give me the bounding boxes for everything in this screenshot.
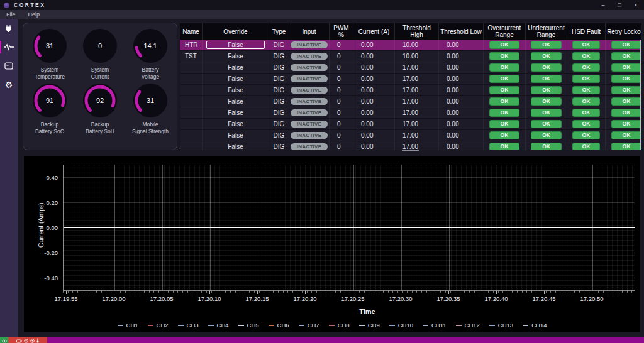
gauge-value: 91 xyxy=(46,97,53,104)
override-button[interactable]: False xyxy=(206,86,264,94)
table-vertical-scrollbar[interactable] xyxy=(640,40,641,150)
table-row[interactable]: FalseDIGINACTIVE00.0017.000.00OKOKOKOK xyxy=(180,119,641,130)
menu-file[interactable]: File xyxy=(0,11,22,18)
override-button[interactable]: False xyxy=(206,75,264,83)
legend-item-ch12[interactable]: CH12 xyxy=(456,322,480,329)
sidebar-item-monitoring[interactable] xyxy=(0,38,18,57)
table-row[interactable]: FalseDIGINACTIVE00.0017.000.00OKOKOKOK xyxy=(180,107,641,119)
thermometer-icon xyxy=(36,334,39,343)
cell-overcurrent-status: OK xyxy=(484,141,526,150)
gauge-backup-battery-soc: 91BackupBattery SoC xyxy=(25,82,75,135)
cell-pwm: 0 xyxy=(330,130,353,141)
gridline-vertical xyxy=(545,165,545,290)
cell-input: INACTIVE xyxy=(289,85,330,95)
legend-item-ch14[interactable]: CH14 xyxy=(523,322,547,329)
cell-pwm: 0 xyxy=(330,40,353,50)
legend-label: CH3 xyxy=(187,322,199,329)
y-tick-label: -0.40 xyxy=(44,275,58,281)
table-row[interactable]: FalseDIGINACTIVE00.0017.000.00OKOKOKOK xyxy=(180,85,641,96)
legend-item-ch11[interactable]: CH11 xyxy=(423,322,447,329)
x-tick-label: 17:20:35 xyxy=(437,295,460,302)
cell-hsd-fault-status: OK xyxy=(567,62,606,73)
cell-undercurrent-status: OK xyxy=(526,141,567,150)
cell-current: 0.00 xyxy=(353,119,395,129)
cell-name xyxy=(180,85,203,95)
override-button[interactable]: False xyxy=(206,41,264,49)
hsd-fault-status-badge: OK xyxy=(572,109,600,117)
table-row[interactable]: FalseDIGINACTIVE00.0017.000.00OKOKOKOK xyxy=(180,130,641,141)
legend-item-ch1[interactable]: CH1 xyxy=(118,322,138,329)
cell-retry-lockout-status: OK xyxy=(606,141,641,150)
table-row[interactable]: FalseDIGINACTIVE00.0017.000.00OKOKOKOK xyxy=(180,96,641,107)
sidebar-item-settings[interactable]: ⚙ xyxy=(0,75,18,94)
table-header: NameOverrideTypeInputPWM %Current (A)Thr… xyxy=(180,23,641,40)
table-horizontal-scrollbar[interactable] xyxy=(180,150,641,151)
cell-threshold-high: 17.00 xyxy=(395,141,439,150)
cell-undercurrent-status: OK xyxy=(526,40,567,50)
legend-color-dash xyxy=(238,325,244,326)
override-button[interactable]: False xyxy=(206,109,264,117)
legend-item-ch8[interactable]: CH8 xyxy=(329,322,350,329)
legend-item-ch13[interactable]: CH13 xyxy=(489,322,513,329)
cell-threshold-high: 17.00 xyxy=(395,119,439,129)
cell-current: 0.00 xyxy=(353,107,395,118)
table-row[interactable]: FalseDIGINACTIVE00.0017.000.00OKOKOKOK xyxy=(180,141,641,150)
override-button[interactable]: False xyxy=(206,120,264,128)
cell-threshold-low: 0.00 xyxy=(439,130,484,141)
cell-type: DIG xyxy=(269,130,289,141)
cell-undercurrent-status: OK xyxy=(526,107,567,118)
override-button[interactable]: False xyxy=(206,97,264,106)
legend-label: CH8 xyxy=(338,322,350,329)
legend-item-ch9[interactable]: CH9 xyxy=(359,322,380,329)
table-row[interactable]: FalseDIGINACTIVE00.0017.000.00OKOKOKOK xyxy=(180,62,641,74)
sidebar-item-console[interactable] xyxy=(0,57,18,75)
gauge-label: SystemTemperature xyxy=(35,67,65,80)
gauge-label: SystemCurrent xyxy=(91,67,109,80)
retry-lockout-status-badge: OK xyxy=(611,63,641,72)
input-status-pill: INACTIVE xyxy=(291,132,328,139)
close-button[interactable]: × xyxy=(628,0,644,10)
cell-type: DIG xyxy=(269,51,289,62)
maximize-button[interactable]: □ xyxy=(611,0,628,10)
gauge-backup-battery-soh: 92BackupBattery SoH xyxy=(75,82,125,135)
sidebar-item-connection[interactable] xyxy=(0,19,18,38)
column-header-type: Type xyxy=(269,23,289,40)
table-row[interactable]: TSTFalseDIGINACTIVE00.0010.000.00OKOKOKO… xyxy=(180,51,641,62)
y-tick-label: 0.20 xyxy=(47,199,58,206)
status-segment-fill xyxy=(47,337,644,343)
legend-item-ch7[interactable]: CH7 xyxy=(299,322,319,329)
legend-item-ch2[interactable]: CH2 xyxy=(148,322,169,329)
cell-threshold-low: 0.00 xyxy=(439,96,484,107)
x-tick-label: 17:20:25 xyxy=(341,295,365,302)
legend-item-ch6[interactable]: CH6 xyxy=(269,322,289,329)
override-button[interactable]: False xyxy=(206,131,264,139)
legend-item-ch4[interactable]: CH4 xyxy=(208,322,229,329)
undercurrent-status-badge: OK xyxy=(531,52,561,60)
legend-label: CH11 xyxy=(431,322,447,329)
gear-icon: ⚙ xyxy=(5,80,13,89)
legend-color-dash xyxy=(299,325,304,326)
legend-label: CH12 xyxy=(465,322,480,329)
cell-undercurrent-status: OK xyxy=(526,119,567,129)
override-button[interactable]: False xyxy=(206,143,264,150)
table-row[interactable]: FalseDIGINACTIVE00.0017.000.00OKOKOKOK xyxy=(180,74,641,85)
override-button[interactable]: False xyxy=(206,63,264,72)
menu-help[interactable]: Help xyxy=(22,11,47,18)
overcurrent-status-badge: OK xyxy=(489,97,520,106)
input-status-pill: INACTIVE xyxy=(291,53,328,60)
legend-item-ch3[interactable]: CH3 xyxy=(178,322,199,329)
legend-item-ch10[interactable]: CH10 xyxy=(389,322,413,329)
minimize-button[interactable]: – xyxy=(595,0,611,10)
legend-item-ch5[interactable]: CH5 xyxy=(238,322,259,329)
cell-retry-lockout-status: OK xyxy=(606,51,641,62)
override-button[interactable]: False xyxy=(206,52,264,60)
cell-input: INACTIVE xyxy=(289,62,330,73)
table-row[interactable]: HTRFalseDIGINACTIVE00.0010.000.00OKOKOKO… xyxy=(180,40,641,51)
battery-icon xyxy=(16,334,22,343)
window-controls: – □ × xyxy=(595,0,644,10)
input-status-pill: INACTIVE xyxy=(291,121,328,128)
legend-color-dash xyxy=(118,325,123,326)
cell-override: False xyxy=(203,141,269,150)
link-icon xyxy=(2,334,7,343)
scrollbar-thumb[interactable] xyxy=(402,150,419,151)
